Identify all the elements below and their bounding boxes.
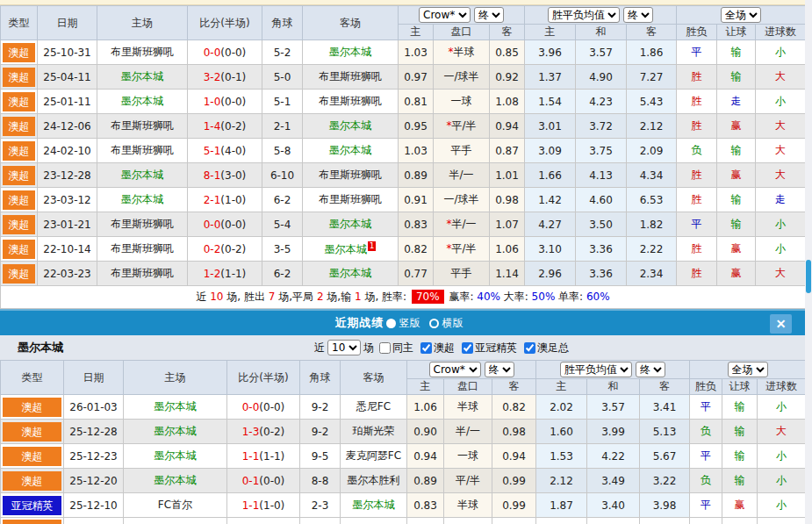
cup-checkbox[interactable] xyxy=(524,342,535,354)
corner-score: 9-5 xyxy=(300,444,341,469)
home-team[interactable]: 墨尔本城 xyxy=(97,188,188,212)
table-row: 澳超 25-01-11 墨尔本城 1-0(0-0) 5-1 布里斯班狮吼 0.8… xyxy=(1,90,806,114)
recent-results-popup: 类型 日期 主场 比分(半场) 角球 客场 Crow*终 胜平负均值终 全场 xyxy=(0,0,812,524)
scope-select[interactable]: 全场 xyxy=(721,7,761,23)
radio-horizontal-icon[interactable] xyxy=(429,319,439,328)
col-result-goals: 进球数 xyxy=(756,25,806,40)
odds-away: 0.92 xyxy=(490,65,525,90)
away-team[interactable]: 墨尔本城 xyxy=(303,139,399,163)
away-team[interactable]: 布里斯班狮吼 xyxy=(303,90,399,114)
odds-away: 1.14 xyxy=(490,262,525,286)
handicap: *半球 xyxy=(434,40,490,65)
result-goals: 大 xyxy=(756,65,806,90)
avg-select[interactable]: 胜平负均值 xyxy=(548,7,620,23)
home-team[interactable]: 布里斯班狮吼 xyxy=(97,212,188,237)
col-result-goals: 进球数 xyxy=(758,379,806,395)
col-odds-home: 主 xyxy=(399,25,434,40)
company-final-select-2[interactable]: 终 xyxy=(485,362,514,377)
scrollbar-thumb[interactable] xyxy=(806,260,811,293)
result-handicap: 输 xyxy=(717,139,756,163)
radio-horizontal-label[interactable]: 横版 xyxy=(442,316,463,331)
avg-header: 胜平负均值终 xyxy=(536,361,690,379)
away-team[interactable]: 墨尔本城 xyxy=(303,262,399,286)
avg-final-select[interactable]: 终 xyxy=(623,7,653,23)
col-result-handicap: 让球 xyxy=(717,25,756,40)
company-final-select[interactable]: 终 xyxy=(474,7,504,23)
col-result-handicap: 让球 xyxy=(722,379,758,395)
avg-away: 3.41 xyxy=(640,395,690,420)
col-corner: 角球 xyxy=(300,361,341,395)
away-team[interactable]: 悉尼FC xyxy=(341,395,407,420)
home-team[interactable]: 墨尔本城 xyxy=(124,469,227,493)
league-filter-aleague[interactable]: 澳超 xyxy=(415,341,455,355)
league-filter-acl[interactable]: 亚冠精英 xyxy=(456,341,517,355)
home-team[interactable]: 墨尔本城 xyxy=(97,90,188,114)
home-team[interactable]: 墨尔本城 xyxy=(124,395,227,420)
home-team[interactable]: 布里斯班狮吼 xyxy=(97,139,188,163)
corner-score: 2-1 xyxy=(262,114,303,139)
result-goals: 小 xyxy=(758,493,806,518)
away-team[interactable]: 墨尔本城1 xyxy=(303,237,399,262)
away-team[interactable]: 布里斯班狮吼 xyxy=(303,163,399,188)
league-badge xyxy=(3,520,61,524)
home-team[interactable]: 布里斯班狮吼 xyxy=(97,237,188,262)
same-home-checkbox[interactable] xyxy=(379,342,391,354)
home-team[interactable]: 墨尔本城 xyxy=(97,163,188,188)
away-team[interactable]: 珀斯光荣 xyxy=(341,420,407,444)
match-date: 23-03-12 xyxy=(38,188,97,212)
odds-home: 0.83 xyxy=(407,493,444,518)
col-avg-home: 主 xyxy=(525,25,576,40)
home-team[interactable]: 布里斯班狮吼 xyxy=(97,262,188,286)
home-team[interactable]: FC首尔 xyxy=(124,493,227,518)
result-wdl: 平 xyxy=(677,212,717,237)
odds-away: 0.82 xyxy=(492,395,536,420)
result-handicap: 赢 xyxy=(717,163,756,188)
result-wdl: 胜 xyxy=(677,114,717,139)
avg-draw: 3.36 xyxy=(576,262,627,286)
away-team[interactable]: 墨尔本城 xyxy=(303,212,399,237)
corner-score: 6-2 xyxy=(262,188,303,212)
odds-home: 0.95 xyxy=(399,114,434,139)
home-team[interactable]: 布里斯班狮吼 xyxy=(97,114,188,139)
same-home-filter[interactable]: 同主 xyxy=(374,341,413,355)
scope-select-2[interactable]: 全场 xyxy=(728,362,768,377)
vertical-scrollbar[interactable] xyxy=(805,0,812,524)
match-date: 25-12-28 xyxy=(64,420,124,444)
recent-count-select[interactable]: 10 xyxy=(327,340,361,355)
radio-vertical-icon[interactable] xyxy=(386,319,396,328)
col-avg-away: 客 xyxy=(640,379,690,395)
avg-select-2[interactable]: 胜平负均值 xyxy=(560,362,632,377)
home-team[interactable]: 墨尔本城 xyxy=(97,65,188,90)
score: 1-3(0-2) xyxy=(227,420,300,444)
aleague-checkbox[interactable] xyxy=(420,342,432,354)
handicap: 一/球半 xyxy=(434,65,490,90)
odds-header: Crow*终 xyxy=(407,361,536,379)
home-team[interactable]: 布里斯班狮吼 xyxy=(97,40,188,65)
table-row: 澳超 23-12-28 墨尔本城 8-1(3-0) 6-10 布里斯班狮吼 0.… xyxy=(1,163,806,188)
away-team[interactable]: 布里斯班狮吼 xyxy=(303,188,399,212)
corner-score: 6-2 xyxy=(262,262,303,286)
away-team[interactable]: 布里斯班狮吼 xyxy=(303,65,399,90)
company-select-2[interactable]: Crow* xyxy=(429,362,481,377)
result-goals: 小 xyxy=(756,40,806,65)
away-team[interactable]: 墨尔本城 xyxy=(303,114,399,139)
table-row: 澳超 25-12-28 墨尔本城 1-3(0-2) 9-2 珀斯光荣 0.90 … xyxy=(1,420,806,444)
away-team[interactable]: 墨尔本城 xyxy=(341,493,407,518)
close-button[interactable]: ✕ xyxy=(770,314,792,334)
avg-home: 2.12 xyxy=(536,469,587,493)
col-result: 胜负 xyxy=(677,25,717,40)
company-select[interactable]: Crow* xyxy=(419,7,471,23)
handicap: 一/球半 xyxy=(434,188,490,212)
home-team[interactable]: 墨尔本城 xyxy=(124,444,227,469)
avg-final-select-2[interactable]: 终 xyxy=(636,362,665,377)
home-team[interactable]: 墨尔本城 xyxy=(124,420,227,444)
avg-home: 1.37 xyxy=(525,65,576,90)
league-filter-cup[interactable]: 澳足总 xyxy=(519,341,569,355)
result-handicap: 走 xyxy=(717,90,756,114)
away-team[interactable]: 墨尔本城 xyxy=(303,40,399,65)
league-type-cell: 澳超 xyxy=(1,188,38,212)
away-team[interactable]: 墨尔本胜利 xyxy=(341,469,407,493)
away-team[interactable]: 麦克阿瑟FC xyxy=(341,444,407,469)
acl-checkbox[interactable] xyxy=(462,342,473,354)
radio-vertical-label[interactable]: 竖版 xyxy=(399,316,420,331)
